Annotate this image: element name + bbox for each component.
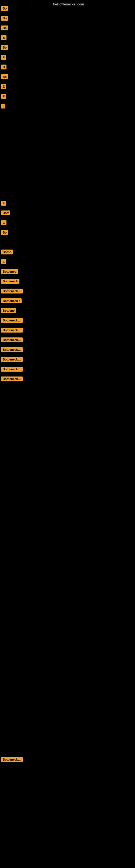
- badge-row-10: E: [1, 94, 6, 100]
- orange-badge-11[interactable]: |: [1, 104, 5, 108]
- badge-row-1: Bo: [1, 6, 8, 12]
- badge-row-13: Bott: [1, 211, 10, 216]
- badge-row-6: E: [1, 55, 6, 61]
- orange-badge-19[interactable]: Bottleneck: [1, 279, 19, 284]
- orange-badge-22[interactable]: Bottlene: [1, 308, 16, 313]
- badge-row-21: Bottleneck r: [1, 299, 21, 304]
- badge-row-8: Bo: [1, 74, 8, 80]
- badge-row-16: Bottle: [1, 250, 13, 255]
- badge-row-23: Bottleneck re: [1, 318, 23, 324]
- orange-badge-24[interactable]: Bottleneck resu: [1, 328, 23, 333]
- badge-row-28: Bottleneck resu: [1, 367, 23, 373]
- badge-row-24: Bottleneck resu: [1, 328, 23, 334]
- orange-badge-30[interactable]: Bottleneck res: [1, 757, 23, 762]
- orange-badge-26[interactable]: Bottleneck resu: [1, 347, 23, 352]
- site-title: TheBottlenecker.com: [0, 0, 135, 7]
- badge-row-11: |: [1, 104, 5, 110]
- orange-badge-9[interactable]: E: [1, 84, 6, 89]
- badge-row-26: Bottleneck resu: [1, 347, 23, 353]
- orange-badge-7[interactable]: B: [1, 65, 6, 69]
- orange-badge-13[interactable]: Bott: [1, 211, 10, 215]
- orange-badge-23[interactable]: Bottleneck re: [1, 318, 23, 323]
- badge-row-17: E: [1, 259, 6, 265]
- badge-row-7: B: [1, 65, 6, 70]
- badge-row-22: Bottlene: [1, 308, 16, 314]
- badge-row-27: Bottleneck resu: [1, 357, 23, 363]
- badge-row-30: Bottleneck res: [1, 757, 23, 763]
- orange-badge-25[interactable]: Bottleneck resu: [1, 337, 23, 342]
- orange-badge-3[interactable]: Bo: [1, 26, 8, 30]
- badge-row-2: Bo: [1, 16, 8, 22]
- orange-badge-17[interactable]: E: [1, 259, 6, 264]
- orange-badge-6[interactable]: E: [1, 55, 6, 60]
- badge-row-15: Bo: [1, 230, 8, 236]
- orange-badge-18[interactable]: Bottlenec: [1, 269, 18, 274]
- orange-badge-27[interactable]: Bottleneck resu: [1, 357, 23, 362]
- badge-row-29: Bottleneck re: [1, 376, 23, 382]
- orange-badge-2[interactable]: Bo: [1, 16, 8, 21]
- orange-badge-28[interactable]: Bottleneck resu: [1, 367, 23, 372]
- orange-badge-15[interactable]: Bo: [1, 230, 8, 235]
- badge-row-5: Bo: [1, 45, 8, 51]
- orange-badge-12[interactable]: E: [1, 201, 6, 206]
- badge-row-12: E: [1, 201, 6, 207]
- badge-row-4: B: [1, 35, 6, 41]
- orange-badge-16[interactable]: Bottle: [1, 250, 13, 254]
- badge-row-25: Bottleneck resu: [1, 337, 23, 343]
- orange-badge-1[interactable]: Bo: [1, 6, 8, 11]
- orange-badge-14[interactable]: C: [1, 220, 6, 225]
- orange-badge-29[interactable]: Bottleneck re: [1, 376, 23, 381]
- orange-badge-8[interactable]: Bo: [1, 74, 8, 79]
- orange-badge-5[interactable]: Bo: [1, 45, 8, 50]
- badge-row-14: C: [1, 220, 6, 226]
- badge-row-18: Bottlenec: [1, 269, 18, 275]
- badge-row-9: E: [1, 84, 6, 90]
- badge-row-20: Bottleneck re: [1, 289, 23, 294]
- badge-row-3: Bo: [1, 26, 8, 31]
- orange-badge-4[interactable]: B: [1, 35, 6, 40]
- orange-badge-21[interactable]: Bottleneck r: [1, 299, 21, 303]
- orange-badge-10[interactable]: E: [1, 94, 6, 99]
- badge-row-19: Bottleneck: [1, 279, 19, 285]
- orange-badge-20[interactable]: Bottleneck re: [1, 289, 23, 293]
